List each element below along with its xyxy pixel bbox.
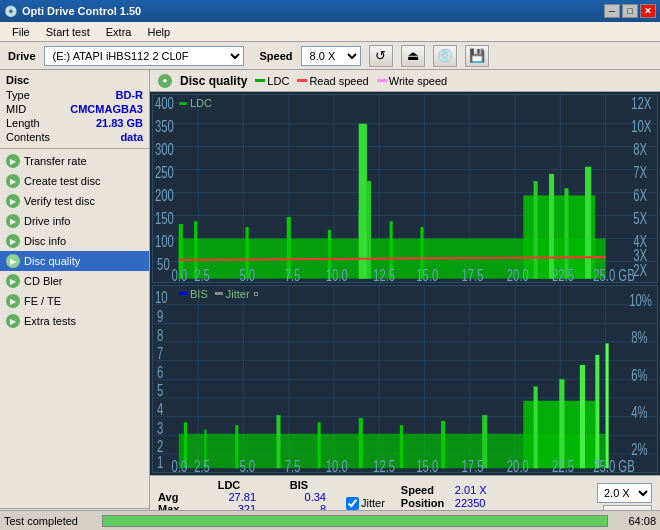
svg-rect-47: [549, 174, 554, 279]
svg-rect-103: [441, 420, 445, 467]
disc-quality-header-icon: ●: [158, 74, 172, 88]
svg-text:17.5: 17.5: [462, 268, 484, 282]
svg-text:17.5: 17.5: [462, 458, 484, 472]
chart-header: ● Disc quality LDC Read speed Write spee…: [150, 70, 660, 92]
sidebar-item-create-test-disc[interactable]: ▶ Create test disc: [0, 171, 149, 191]
sidebar-item-transfer-rate[interactable]: ▶ Transfer rate: [0, 151, 149, 171]
svg-text:5.0: 5.0: [239, 268, 255, 282]
disc-type-row: Type BD-R: [6, 88, 143, 102]
save-button[interactable]: 💾: [465, 45, 489, 67]
drive-select[interactable]: (E:) ATAPI iHBS112 2 CL0F: [44, 46, 244, 66]
svg-text:22.5: 22.5: [552, 458, 574, 472]
speed-label2: Speed: [401, 484, 451, 496]
legend-read-speed: Read speed: [297, 75, 368, 87]
verify-test-disc-icon: ▶: [6, 194, 20, 208]
chart2-labels: BIS Jitter: [179, 288, 258, 300]
disc-length-row: Length 21.83 GB: [6, 116, 143, 130]
sidebar-item-disc-info[interactable]: ▶ Disc info: [0, 231, 149, 251]
disc-mid-key: MID: [6, 103, 26, 115]
menu-bar: File Start test Extra Help: [0, 22, 660, 42]
eject-button[interactable]: ⏏: [401, 45, 425, 67]
jitter-chart-label: Jitter: [226, 288, 250, 300]
disc-info-icon: ▶: [6, 234, 20, 248]
disc-length-val: 21.83 GB: [96, 117, 143, 129]
progress-fill: [103, 516, 607, 526]
svg-text:250: 250: [155, 164, 174, 181]
progress-bar: [102, 515, 608, 527]
svg-text:10.0: 10.0: [326, 268, 348, 282]
write-speed-legend-label: Write speed: [389, 75, 448, 87]
fe-te-icon: ▶: [6, 294, 20, 308]
svg-rect-110: [606, 343, 609, 468]
svg-text:25.0 GB: 25.0 GB: [593, 268, 634, 282]
svg-text:400: 400: [155, 96, 174, 113]
test-speed-select[interactable]: 2.0 X: [597, 483, 652, 503]
speed-label: Speed: [260, 50, 293, 62]
svg-text:2%: 2%: [631, 441, 647, 458]
legend-ldc: LDC: [255, 75, 289, 87]
svg-text:0.0: 0.0: [172, 458, 188, 472]
nav-items: ▶ Transfer rate ▶ Create test disc ▶ Ver…: [0, 149, 149, 508]
verify-test-disc-label: Verify test disc: [24, 195, 95, 207]
svg-text:10: 10: [155, 289, 168, 306]
sidebar-item-cd-bler[interactable]: ▶ CD Bler: [0, 271, 149, 291]
svg-rect-102: [400, 425, 403, 468]
avg-bis-val: 0.34: [264, 491, 334, 503]
menu-help[interactable]: Help: [139, 25, 178, 39]
svg-rect-98: [235, 425, 238, 468]
svg-text:15.0: 15.0: [416, 268, 438, 282]
jitter-checkbox[interactable]: [346, 497, 359, 510]
speed-row: Speed 2.01 X: [401, 484, 492, 496]
refresh-button[interactable]: ↺: [369, 45, 393, 67]
ldc-legend-label: LDC: [267, 75, 289, 87]
svg-text:20.0: 20.0: [507, 458, 529, 472]
app-title: Opti Drive Control 1.50: [22, 5, 141, 17]
menu-extra[interactable]: Extra: [98, 25, 140, 39]
svg-rect-48: [564, 188, 568, 278]
speed-value: 2.01 X: [455, 484, 487, 496]
speed-select[interactable]: 8.0 X: [301, 46, 361, 66]
svg-text:6X: 6X: [633, 187, 647, 204]
sidebar-item-disc-quality[interactable]: ▶ Disc quality: [0, 251, 149, 271]
svg-text:12.5: 12.5: [373, 268, 395, 282]
avg-label: Avg: [158, 491, 194, 503]
chart-title: Disc quality: [180, 74, 247, 88]
fe-te-label: FE / TE: [24, 295, 61, 307]
write-speed-color-dot: [377, 79, 387, 82]
transfer-rate-icon: ▶: [6, 154, 20, 168]
svg-text:4: 4: [157, 401, 164, 418]
menu-start-test[interactable]: Start test: [38, 25, 98, 39]
maximize-button[interactable]: □: [622, 4, 638, 18]
svg-text:25.0 GB: 25.0 GB: [593, 458, 634, 472]
disc-button[interactable]: 💿: [433, 45, 457, 67]
drive-info-icon: ▶: [6, 214, 20, 228]
svg-text:5.0: 5.0: [239, 458, 255, 472]
sidebar-item-fe-te[interactable]: ▶ FE / TE: [0, 291, 149, 311]
jitter-section: Jitter: [346, 497, 385, 510]
charts-wrapper: 400 350 300 250 200 150 100 50 12X 10X 8…: [150, 92, 660, 475]
svg-text:9: 9: [157, 308, 163, 325]
create-test-disc-icon: ▶: [6, 174, 20, 188]
svg-text:1: 1: [157, 454, 163, 471]
sidebar-item-verify-test-disc[interactable]: ▶ Verify test disc: [0, 191, 149, 211]
menu-file[interactable]: File: [4, 25, 38, 39]
svg-rect-44: [367, 181, 371, 279]
svg-text:100: 100: [155, 233, 174, 250]
svg-text:12.5: 12.5: [373, 458, 395, 472]
svg-rect-107: [559, 379, 564, 468]
disc-quality-icon: ▶: [6, 254, 20, 268]
svg-text:2.5: 2.5: [194, 268, 210, 282]
minimize-button[interactable]: ─: [604, 4, 620, 18]
svg-text:2.5: 2.5: [194, 458, 210, 472]
sidebar-item-drive-info[interactable]: ▶ Drive info: [0, 211, 149, 231]
svg-text:7.5: 7.5: [285, 268, 301, 282]
disc-info-label: Disc info: [24, 235, 66, 247]
disc-type-key: Type: [6, 89, 30, 101]
title-bar: 💿 Opti Drive Control 1.50 ─ □ ✕: [0, 0, 660, 22]
disc-mid-row: MID CMCMAGBA3: [6, 102, 143, 116]
svg-text:5X: 5X: [633, 210, 647, 227]
close-button[interactable]: ✕: [640, 4, 656, 18]
svg-text:2X: 2X: [633, 262, 647, 279]
sidebar-item-extra-tests[interactable]: ▶ Extra tests: [0, 311, 149, 331]
chart1-labels: LDC: [179, 97, 212, 109]
